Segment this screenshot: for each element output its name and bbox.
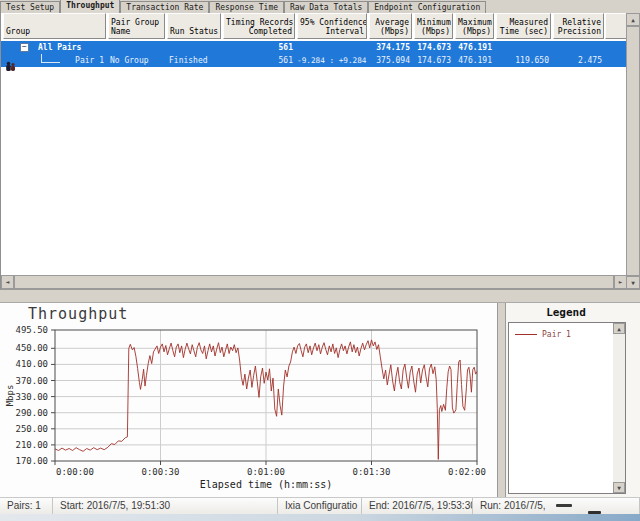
tab-raw-data-totals[interactable]: Raw Data Totals: [284, 1, 368, 13]
y-tick-label: 170.00: [15, 456, 48, 466]
cell-relative-precision: 2.475: [553, 54, 604, 67]
status-ixia-configuratio: Ixia Configuratio: [278, 498, 362, 514]
column-header-measured-time-sec[interactable]: MeasuredTime (sec): [496, 13, 551, 39]
watermark-dash: [588, 511, 601, 514]
table-horizontal-scrollbar[interactable]: ◄ ►: [1, 275, 627, 289]
table-row-all-pairs[interactable]: −All Pairs561374.175174.673476.191: [1, 41, 627, 54]
column-header-run-status[interactable]: Run Status: [167, 13, 221, 39]
legend-panel: Legend Pair 1 ▲ ▼: [506, 303, 640, 497]
column-header-pair-group-name[interactable]: Pair GroupName: [108, 13, 165, 39]
scroll-up-button[interactable]: ▲: [626, 13, 640, 26]
pane-splitter[interactable]: [0, 289, 640, 303]
cell-maximum-mbps: 476.191: [455, 54, 494, 67]
ixchariot-throughput-window: Test SetupThroughputTransaction RateResp…: [0, 0, 640, 521]
y-tick-label: 370.00: [15, 376, 48, 386]
cell-minimum-mbps: 174.673: [414, 54, 453, 67]
column-header-minimum-mbps[interactable]: Minimum(Mbps): [414, 13, 453, 39]
legend-scrollbar[interactable]: ▲ ▼: [613, 323, 625, 493]
cell-minimum-mbps: 174.673: [414, 41, 453, 54]
table-row-pair-1[interactable]: Pair 1No GroupFinished561-9.284 : +9.284…: [1, 54, 627, 67]
tab-endpoint-configuration[interactable]: Endpoint Configuration: [368, 1, 486, 13]
legend-line-swatch: [515, 334, 537, 335]
column-header-group[interactable]: Group: [3, 13, 106, 39]
tab-response-time[interactable]: Response Time: [209, 1, 284, 13]
column-header-maximum-mbps[interactable]: Maximum(Mbps): [455, 13, 494, 39]
column-header-average-mbps[interactable]: Average(Mbps): [369, 13, 412, 39]
watermark-dash: [556, 504, 572, 507]
x-tick-label: 0:02:00: [448, 467, 486, 477]
status-start: Start: 2016/7/5, 19:51:30: [53, 498, 278, 514]
legend-box: Pair 1 ▲ ▼: [508, 322, 626, 494]
y-tick-label: 450.00: [15, 343, 48, 353]
x-tick-label: 0:01:30: [353, 467, 391, 477]
cell-average-mbps: 374.175: [369, 41, 412, 54]
legend-divider[interactable]: [497, 303, 506, 497]
group-name-label: All Pairs: [38, 41, 106, 54]
cell-measured-time-sec: 119.650: [496, 54, 551, 67]
status-bar: Pairs: 1Start: 2016/7/5, 19:51:30Ixia Co…: [0, 497, 640, 514]
horizontal-scroll-thumb[interactable]: [14, 275, 614, 289]
legend-entry-label: Pair 1: [542, 330, 571, 339]
legend-title: Legend: [506, 306, 626, 319]
y-tick-label: 290.00: [15, 408, 48, 418]
status-end: End: 2016/7/5, 19:53:30: [362, 498, 473, 514]
window-bottom-edge: [0, 514, 640, 521]
throughput-line-chart: 495.50450.00410.00370.00330.00290.00250.…: [0, 303, 497, 497]
scroll-left-button[interactable]: ◄: [1, 275, 14, 289]
column-header-timing-records-completed[interactable]: Timing RecordsCompleted: [223, 13, 295, 39]
pair-icon: [5, 56, 16, 66]
chart-panel: Throughput 495.50450.00410.00370.00330.0…: [0, 303, 640, 497]
cell-run-status: Finished: [167, 54, 221, 67]
y-tick-label: 250.00: [15, 424, 48, 434]
tab-transaction-rate[interactable]: Transaction Rate: [120, 1, 209, 13]
column-header-relative-precision[interactable]: RelativePrecision: [553, 13, 604, 39]
vertical-scroll-thumb[interactable]: [626, 26, 640, 276]
cell-pair-group-name: No Group: [108, 54, 165, 67]
y-tick-label: 330.00: [15, 392, 48, 402]
results-table: GroupPair GroupNameRun StatusTiming Reco…: [0, 13, 640, 289]
pair-name-label: Pair 1: [61, 54, 104, 67]
tab-test-setup[interactable]: Test Setup: [0, 1, 60, 13]
tab-throughput[interactable]: Throughput: [60, 0, 120, 13]
cell-timing-records-completed: 561: [223, 54, 295, 67]
legend-entry-pair-1[interactable]: Pair 1: [515, 330, 571, 339]
x-tick-label: 0:00:30: [142, 467, 180, 477]
tab-bar: Test SetupThroughputTransaction RateResp…: [0, 0, 640, 14]
column-header-filler: [605, 13, 627, 39]
column-header-95-confidence-interval[interactable]: 95% ConfidenceInterval: [297, 13, 367, 39]
y-tick-label: 410.00: [15, 359, 48, 369]
legend-scroll-up-button[interactable]: ▲: [613, 323, 625, 334]
y-axis-label: Mbps: [5, 385, 15, 407]
cell-average-mbps: 375.094: [369, 54, 412, 67]
collapse-toggle-icon[interactable]: −: [20, 43, 29, 52]
x-axis-label: Elapsed time (h:mm:ss): [200, 479, 332, 490]
cell-maximum-mbps: 476.191: [455, 41, 494, 54]
x-tick-label: 0:01:00: [247, 467, 285, 477]
y-tick-label: 495.50: [15, 325, 48, 335]
y-tick-label: 210.00: [15, 440, 48, 450]
scroll-down-button[interactable]: ▼: [626, 276, 640, 289]
x-tick-label: 0:00:00: [56, 467, 94, 477]
tree-branch-line: [41, 54, 60, 63]
legend-scroll-down-button[interactable]: ▼: [613, 482, 625, 493]
cell-95-confidence-interval: -9.284 : +9.284: [297, 54, 367, 67]
cell-timing-records-completed: 561: [223, 41, 295, 54]
table-vertical-scrollbar[interactable]: ▲ ▼: [626, 13, 640, 289]
status-pairs: Pairs: 1: [0, 498, 53, 514]
